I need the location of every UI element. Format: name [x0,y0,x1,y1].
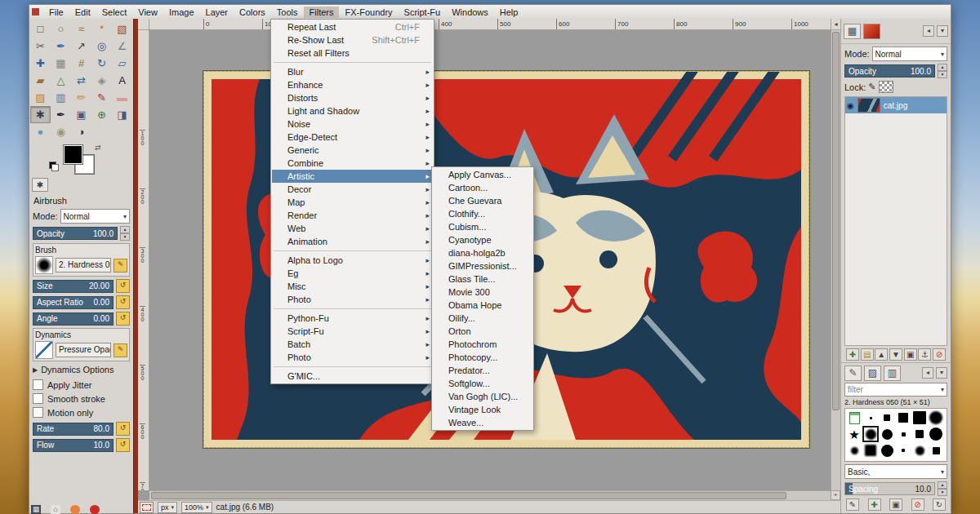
tool-button-paintbrush[interactable]: ✎ [91,89,112,106]
brush-swatch[interactable] [862,442,879,459]
brush-swatch[interactable] [862,426,879,442]
brush-swatch[interactable] [879,410,895,426]
menubar-item-help[interactable]: Help [494,7,524,18]
tool-button-paths[interactable]: ✒ [51,38,71,55]
visibility-eye-icon[interactable]: ◉ [847,101,854,110]
canvas-menu-button[interactable]: ◂ [831,19,840,30]
tool-button-scale[interactable]: ▱ [112,55,132,72]
filters-menu-item-light-and-shadow[interactable]: Light and Shadow▸ [272,104,433,117]
filters-menu-item-distorts[interactable]: Distorts▸ [272,91,433,104]
tool-button-move[interactable]: ✚ [30,55,51,72]
layer-opacity-spinner[interactable]: ▲ ▼ [938,64,947,78]
angle-reset-button[interactable]: ↺ [116,312,130,326]
taskbar-home-icon[interactable]: ⌂ [51,505,60,514]
aspect-ratio-slider[interactable]: Aspect Ratio 0.00 [33,296,114,309]
brushes-menu-button[interactable]: ▾ [936,367,947,379]
menubar-item-windows[interactable]: Windows [446,7,494,18]
taskbar-show-desktop-icon[interactable]: ▦ [31,505,41,514]
size-reset-button[interactable]: ↺ [116,279,130,293]
horizontal-ruler[interactable]: 01002003004005006007008009001000 [149,19,831,30]
tool-button-select-by-color[interactable]: ▧ [112,20,132,38]
raise-layer-button[interactable]: ▲ [875,348,888,361]
filters-menu-item-g-mic[interactable]: G'MIC... [272,370,433,383]
tool-button-free-select[interactable]: ≈ [71,20,91,38]
filters-menu-item-decor[interactable]: Decor▸ [272,183,433,196]
new-layer-button[interactable]: ✚ [846,348,859,361]
checkbox-box[interactable] [33,407,43,418]
brush-swatch[interactable] [846,410,862,426]
dock-tab-patterns[interactable]: ▨ [864,366,881,381]
filters-menu-item-reset-all-filters[interactable]: Reset all Filters [272,47,433,60]
spin-down-icon[interactable]: ▼ [938,489,947,496]
menubar-item-image[interactable]: Image [163,7,200,18]
tool-button-blur-sharpen[interactable]: ● [30,123,51,140]
quick-mask-button[interactable] [140,502,154,513]
tool-button-text[interactable]: A [112,72,132,89]
paint-mode-select[interactable]: Normal ▾ [60,209,130,224]
brush-preview[interactable] [35,256,53,274]
size-slider[interactable]: Size 20.00 [33,280,114,293]
dock-tab-image[interactable]: ▦ [844,24,861,39]
dock-menu-button[interactable]: ▾ [937,25,948,37]
filters-menu-item-photo[interactable]: Photo▸ [272,293,433,306]
spacing-slider[interactable]: Spacing 10.0 [844,482,935,495]
menubar-item-edit[interactable]: Edit [69,7,96,18]
vertical-scrollbar-thumb[interactable] [832,32,840,410]
horizontal-scrollbar[interactable] [149,490,831,500]
filters-menu-item-enhance[interactable]: Enhance▸ [272,78,433,91]
foreground-color-swatch[interactable] [64,145,82,164]
edit-brush-button[interactable]: ✎ [846,498,859,511]
brush-swatch[interactable] [895,442,911,459]
filters-menu-item-web[interactable]: Web▸ [272,222,433,235]
dynamics-select-button[interactable]: Pressure Opacity [56,343,111,357]
tool-button-color-picker[interactable]: ↗ [71,38,91,55]
filters-menu-item-photo[interactable]: Photo▸ [272,351,433,364]
filters-menu-item-noise[interactable]: Noise▸ [272,117,433,131]
tool-button-cage-transform[interactable]: ◈ [91,72,112,89]
brush-filter-input[interactable]: filter ▾ [844,383,947,397]
filters-menu-item-generic[interactable]: Generic▸ [272,144,433,157]
tool-button-scissors-select[interactable]: ✂ [30,38,51,55]
dock-tab-layers[interactable] [863,24,880,39]
zoom-select[interactable]: 100% ▾ [181,502,212,513]
menubar-item-script-fu[interactable]: Script-Fu [399,7,447,18]
checkbox-apply-jitter[interactable]: Apply Jitter [33,378,130,392]
lock-alpha-icon[interactable] [879,81,893,93]
checkbox-box[interactable] [33,393,43,404]
new-layer-group-button[interactable]: ▤ [861,348,874,361]
brushes-prev-button[interactable]: ◂ [922,367,933,379]
delete-layer-button[interactable]: ⊘ [933,348,946,361]
brush-swatch[interactable] [895,410,911,426]
spin-up-icon[interactable]: ▲ [120,226,130,233]
menubar-item-layer[interactable]: Layer [200,7,234,18]
flow-slider[interactable]: Flow 10.0 [33,439,114,452]
unit-select[interactable]: px ▾ [158,502,177,513]
duplicate-brush-button[interactable]: ▣ [889,498,902,511]
layer-list[interactable]: ◉cat.jpg [844,96,947,346]
filters-menu-item-map[interactable]: Map▸ [272,196,433,209]
layer-row-cat-jpg[interactable]: ◉cat.jpg [845,97,947,113]
filters-menu-item-render[interactable]: Render▸ [272,209,433,222]
taskbar-notification-icon[interactable] [90,505,100,514]
delete-brush-button[interactable]: ⊘ [911,498,924,511]
filters-menu-item-misc[interactable]: Misc▸ [272,280,433,293]
swap-colors-icon[interactable]: ⇄ [95,144,101,152]
brush-swatch[interactable] [879,442,895,459]
brush-select-button[interactable]: 2. Hardness 050 [56,258,111,273]
tool-button-rotate[interactable]: ↻ [91,55,112,72]
artistic-menu-item-photochrom[interactable]: Photochrom [433,338,532,351]
tool-button-flip[interactable]: ⇄ [71,72,91,89]
checkbox-box[interactable] [33,379,43,390]
tool-button-ink[interactable]: ✒ [51,106,71,123]
tool-button-airbrush[interactable]: ✱ [30,106,51,123]
artistic-menu-item-vintage-look[interactable]: Vintage Look [433,403,532,416]
artistic-menu-item-photocopy[interactable]: Photocopy... [433,351,532,364]
tool-button-perspective[interactable]: △ [51,72,71,89]
menubar-item-file[interactable]: File [43,7,69,18]
filters-menu-item-artistic[interactable]: Artistic▸ [272,170,433,183]
filters-menu-item-alpha-to-logo[interactable]: Alpha to Logo▸ [272,254,433,267]
rate-reset-button[interactable]: ↺ [116,422,130,436]
dynamics-options-expander[interactable]: ▶ Dynamics Options [33,365,130,374]
tool-button-blend[interactable]: ▥ [51,89,71,106]
brush-swatch[interactable] [928,426,944,442]
